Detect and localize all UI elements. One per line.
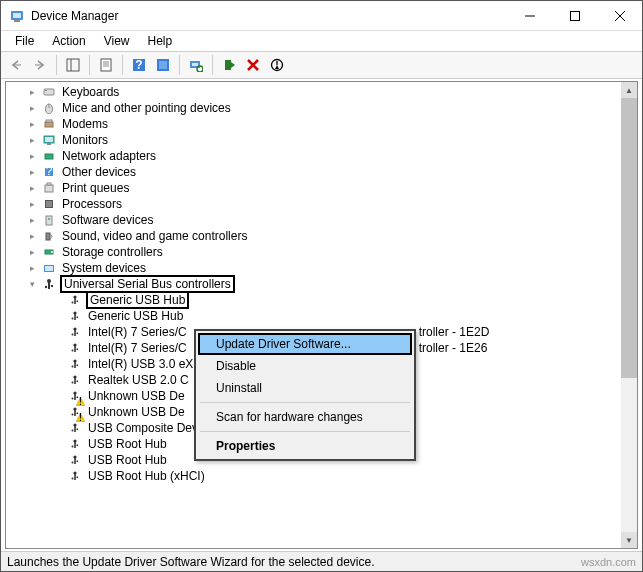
device-label: USB Root Hub (xHCI) — [86, 469, 207, 483]
device-label: USB Root Hub — [86, 437, 169, 451]
svg-rect-7 — [67, 59, 79, 71]
expand-right-icon[interactable]: ▸ — [26, 246, 38, 258]
scroll-thumb[interactable] — [621, 98, 637, 378]
show-hide-tree-button[interactable] — [62, 54, 84, 76]
svg-rect-101 — [74, 457, 76, 464]
device-category-icon — [42, 133, 56, 147]
svg-rect-99 — [77, 445, 79, 447]
toolbar-divider — [212, 55, 213, 75]
maximize-button[interactable] — [552, 1, 597, 30]
category-label: Storage controllers — [60, 245, 165, 259]
device-category-icon — [42, 245, 56, 259]
close-button[interactable] — [597, 1, 642, 30]
menu-help[interactable]: Help — [140, 32, 181, 50]
minimize-button[interactable] — [507, 1, 552, 30]
toolbar-divider — [56, 55, 57, 75]
category-item[interactable]: ▸?Other devices — [6, 164, 637, 180]
device-tree[interactable]: ▸Keyboards▸Mice and other pointing devic… — [5, 81, 638, 549]
svg-rect-26 — [45, 90, 47, 91]
svg-point-62 — [72, 318, 74, 320]
expand-right-icon[interactable]: ▸ — [26, 182, 38, 194]
device-category-icon — [42, 117, 56, 131]
svg-rect-33 — [47, 143, 51, 145]
disable-button[interactable] — [266, 54, 288, 76]
svg-point-58 — [72, 302, 74, 304]
svg-rect-51 — [45, 266, 53, 271]
scan-hardware-button[interactable] — [185, 54, 207, 76]
scroll-up-button[interactable]: ▲ — [621, 82, 637, 98]
expand-right-icon[interactable]: ▸ — [26, 262, 38, 274]
scroll-down-button[interactable]: ▼ — [621, 532, 637, 548]
update-driver-button[interactable] — [152, 54, 174, 76]
svg-rect-75 — [77, 365, 79, 367]
watermark: wsxdn.com — [581, 556, 636, 568]
category-item[interactable]: ▸Sound, video and game controllers — [6, 228, 637, 244]
ctx-uninstall[interactable]: Uninstall — [198, 377, 412, 399]
svg-rect-18 — [192, 63, 198, 66]
expand-right-icon[interactable]: ▸ — [26, 230, 38, 242]
back-button[interactable] — [5, 54, 27, 76]
category-usb[interactable]: ▾ Universal Serial Bus controllers — [6, 276, 637, 292]
expand-right-icon[interactable]: ▸ — [26, 86, 38, 98]
category-item[interactable]: ▸Mice and other pointing devices — [6, 100, 637, 116]
menu-action[interactable]: Action — [44, 32, 93, 50]
menu-file[interactable]: File — [7, 32, 42, 50]
category-item[interactable]: ▸System devices — [6, 260, 637, 276]
expand-right-icon[interactable]: ▸ — [26, 150, 38, 162]
status-text: Launches the Update Driver Software Wiza… — [7, 555, 375, 569]
category-item[interactable]: ▸Storage controllers — [6, 244, 637, 260]
properties-button[interactable] — [95, 54, 117, 76]
usb-device-icon — [68, 309, 82, 323]
category-item[interactable]: ▸Modems — [6, 116, 637, 132]
expand-right-icon[interactable]: ▸ — [26, 166, 38, 178]
usb-icon — [42, 277, 56, 291]
expand-right-icon[interactable]: ▸ — [26, 214, 38, 226]
svg-rect-41 — [45, 185, 53, 192]
usb-device-icon — [68, 325, 82, 339]
scroll-track[interactable] — [621, 98, 637, 532]
forward-button[interactable] — [29, 54, 51, 76]
category-label: Print queues — [60, 181, 131, 195]
svg-rect-67 — [77, 333, 79, 335]
svg-point-46 — [48, 218, 50, 220]
device-item[interactable]: USB Root Hub (xHCI) — [6, 468, 637, 484]
category-item[interactable]: ▸Network adapters — [6, 148, 637, 164]
category-item[interactable]: ▸Monitors — [6, 132, 637, 148]
menu-view[interactable]: View — [96, 32, 138, 50]
svg-rect-34 — [45, 154, 53, 159]
usb-device-icon — [68, 469, 82, 483]
category-item[interactable]: ▸Print queues — [6, 180, 637, 196]
device-category-icon — [42, 213, 56, 227]
help-button[interactable]: ? — [128, 54, 150, 76]
toolbar-divider — [122, 55, 123, 75]
svg-point-106 — [72, 478, 74, 480]
ctx-disable[interactable]: Disable — [198, 355, 412, 377]
device-label: Generic USB Hub — [86, 291, 189, 309]
svg-point-49 — [51, 251, 53, 253]
scrollbar[interactable]: ▲ ▼ — [621, 82, 637, 548]
expand-right-icon[interactable]: ▸ — [26, 198, 38, 210]
svg-rect-25 — [44, 89, 54, 95]
svg-point-94 — [72, 430, 74, 432]
ctx-update-driver[interactable]: Update Driver Software... — [198, 333, 412, 355]
expand-right-icon[interactable]: ▸ — [26, 134, 38, 146]
category-item[interactable]: ▸Software devices — [6, 212, 637, 228]
ctx-properties[interactable]: Properties — [198, 435, 412, 457]
expand-down-icon[interactable]: ▾ — [26, 278, 38, 290]
category-item[interactable]: ▸Processors — [6, 196, 637, 212]
device-item[interactable]: Generic USB Hub — [6, 308, 637, 324]
svg-rect-61 — [74, 313, 76, 320]
app-icon — [9, 8, 25, 24]
uninstall-button[interactable] — [242, 54, 264, 76]
enable-button[interactable] — [218, 54, 240, 76]
category-item[interactable]: ▸Keyboards — [6, 84, 637, 100]
usb-device-icon — [68, 437, 82, 451]
svg-point-82 — [72, 398, 74, 400]
device-item[interactable]: Generic USB Hub — [6, 292, 637, 308]
category-label: Monitors — [60, 133, 110, 147]
svg-text:?: ? — [135, 58, 142, 72]
expand-right-icon[interactable]: ▸ — [26, 102, 38, 114]
expand-right-icon[interactable]: ▸ — [26, 118, 38, 130]
svg-rect-107 — [77, 477, 79, 479]
ctx-scan[interactable]: Scan for hardware changes — [198, 406, 412, 428]
